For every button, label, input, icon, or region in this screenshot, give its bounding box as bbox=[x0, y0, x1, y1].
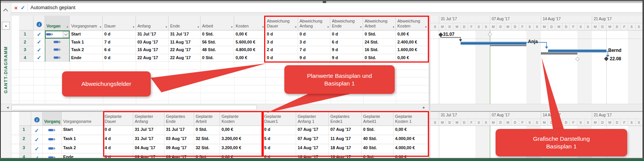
column-header-abweichung-dauer[interactable]: AbweichungDauer▼ bbox=[265, 16, 298, 31]
filter-arrow-icon[interactable]: ▼ bbox=[262, 26, 264, 28]
row-info-cell[interactable]: ✓ bbox=[31, 135, 43, 144]
abweichung-kosten-cell[interactable]: 0,00 € bbox=[396, 54, 428, 62]
dauer-cell[interactable]: 7 d bbox=[103, 39, 136, 47]
filter-arrow-icon[interactable]: ▼ bbox=[197, 26, 199, 28]
filter-arrow-icon[interactable]: ▼ bbox=[392, 26, 395, 28]
column-header-abweichung-kosten[interactable]: AbweichungKosten▼ bbox=[396, 16, 428, 31]
row-info-cell[interactable]: ✓ bbox=[31, 126, 43, 135]
kosten-cell[interactable]: 5.600,00 € bbox=[234, 39, 265, 47]
column-header-geplante-dauer[interactable]: GeplanteDauer bbox=[103, 112, 133, 126]
column-header-vorgangsname[interactable]: Vorgangsnam▼ bbox=[70, 16, 103, 31]
abweichung-anfang-cell[interactable]: 7 d bbox=[298, 46, 330, 54]
geplante-dauer1-cell[interactable]: 5 d bbox=[263, 135, 296, 144]
cancel-entry-button[interactable]: × bbox=[13, 4, 19, 11]
abweichung-ende-cell[interactable]: 6 d bbox=[330, 39, 363, 47]
row-number[interactable]: 1 bbox=[19, 126, 31, 135]
task-name-cell[interactable]: Task 2 bbox=[62, 144, 103, 153]
column-header-vorgangsname[interactable]: Vorgangsname bbox=[62, 112, 103, 126]
abweichung-ende-cell[interactable]: 9 d bbox=[330, 46, 363, 54]
filter-arrow-icon[interactable]: ▼ bbox=[295, 26, 297, 28]
geplante-kosten-cell[interactable]: 0,00 € bbox=[220, 126, 263, 135]
geplante-kosten1-cell[interactable]: 0,00 € bbox=[394, 126, 428, 135]
dauer-cell[interactable]: 0 d bbox=[103, 54, 136, 62]
dauer-cell[interactable]: 0 d bbox=[103, 31, 136, 39]
abweichung-dauer-cell[interactable]: 0 d bbox=[265, 31, 298, 39]
row-number[interactable]: 1 bbox=[19, 31, 33, 39]
row-info-cell[interactable]: ✓ bbox=[31, 144, 43, 153]
abweichung-arbeit-cell[interactable]: 0 Std. bbox=[363, 31, 396, 39]
filter-arrow-icon[interactable]: ▼ bbox=[66, 26, 69, 28]
column-header-ende[interactable]: Ende▼ bbox=[169, 16, 201, 31]
row-number[interactable]: 2 bbox=[19, 39, 33, 47]
arbeit-cell[interactable]: 56 Std. bbox=[201, 39, 234, 47]
task-name-cell[interactable]: Ende bbox=[70, 54, 103, 62]
abweichung-arbeit-cell[interactable]: 0 Std. bbox=[363, 54, 396, 62]
geplante-kosten-cell[interactable]: 3.200,00 € bbox=[220, 135, 263, 144]
ende-cell[interactable]: 22 Aug '17 bbox=[169, 54, 201, 62]
info-column-header[interactable]: i bbox=[31, 112, 43, 126]
geplante-dauer-cell[interactable]: 0 d bbox=[103, 126, 133, 135]
task-mode-cell[interactable] bbox=[45, 39, 70, 47]
geplante-arbeit1-cell[interactable]: 40 Std. bbox=[362, 135, 394, 144]
arbeit-cell[interactable]: 0 Std. bbox=[201, 31, 234, 39]
column-header-geplante-arbeit[interactable]: GeplanteArbeit bbox=[194, 112, 220, 126]
geplanter-anfang1-cell[interactable]: 07 Aug '17 bbox=[296, 135, 329, 144]
task-mode-cell[interactable] bbox=[45, 31, 70, 39]
abweichung-anfang-cell[interactable]: 0 d bbox=[298, 31, 330, 39]
anfang-cell[interactable]: 03 Aug '17 bbox=[136, 39, 169, 47]
task-name-cell[interactable]: Task 2 bbox=[70, 46, 103, 54]
row-number[interactable]: 3 bbox=[19, 46, 33, 54]
column-header-vorgangsart[interactable]: Vorgangs bbox=[43, 112, 62, 126]
column-header-kosten[interactable]: Kosten▼ bbox=[234, 16, 265, 31]
kosten-cell[interactable]: 0,00 € bbox=[234, 54, 265, 62]
anfang-cell[interactable]: 22 Aug '17 bbox=[136, 54, 169, 62]
task-mode-cell[interactable] bbox=[43, 126, 62, 135]
anfang-cell[interactable]: 15 Aug '17 bbox=[136, 46, 169, 54]
geplante-kosten1-cell[interactable]: 4.000,00 € bbox=[394, 144, 428, 153]
filter-arrow-icon[interactable]: ▼ bbox=[425, 26, 427, 28]
scroll-up-button[interactable]: ▲ bbox=[2, 22, 10, 30]
row-info-cell[interactable]: ✓ bbox=[33, 39, 45, 47]
task-bar-task1[interactable] bbox=[461, 42, 526, 45]
ende-cell[interactable]: 31 Jul '17 bbox=[169, 31, 201, 39]
row-number-header[interactable] bbox=[19, 16, 33, 31]
arbeit-cell[interactable]: 48 Std. bbox=[201, 46, 234, 54]
task-mode-cell[interactable] bbox=[43, 135, 62, 144]
geplante-arbeit-cell[interactable]: 32 Std. bbox=[194, 135, 220, 144]
geplante-arbeit1-cell[interactable]: 0 Std. bbox=[362, 126, 394, 135]
ende-cell[interactable]: 11 Aug '17 bbox=[169, 39, 201, 47]
kosten-cell[interactable]: 4.800,00 € bbox=[234, 46, 265, 54]
column-header-arbeit[interactable]: Arbeit▼ bbox=[201, 16, 234, 31]
column-header-vorgangsart[interactable]: Vorgan▼ bbox=[45, 16, 70, 31]
abweichung-anfang-cell[interactable]: 3 d bbox=[298, 39, 330, 47]
scroll-left-button[interactable]: ◀ bbox=[5, 105, 11, 110]
filter-arrow-icon[interactable]: ▼ bbox=[327, 26, 329, 28]
row-number[interactable]: 4 bbox=[19, 54, 33, 62]
filter-arrow-icon[interactable]: ▼ bbox=[99, 26, 102, 28]
abweichung-ende-cell[interactable]: 0 d bbox=[330, 31, 363, 39]
scroll-right-button[interactable]: ▶ bbox=[421, 105, 427, 110]
column-header-abweichung-ende[interactable]: AbweichungEnde▼ bbox=[330, 16, 363, 31]
task-mode-cell[interactable] bbox=[45, 54, 70, 62]
collapse-chevron-icon[interactable] bbox=[3, 8, 8, 13]
geplanter-anfang-cell[interactable]: 31 Jul '17 bbox=[133, 135, 164, 144]
column-header-dauer[interactable]: Dauer▼ bbox=[103, 16, 136, 31]
column-header-abweichung-arbeit[interactable]: AbweichungArbeit▼ bbox=[363, 16, 396, 31]
accept-entry-button[interactable]: ✓ bbox=[20, 4, 26, 11]
geplante-arbeit1-cell[interactable]: 40 Std. bbox=[362, 144, 394, 153]
geplante-dauer-cell[interactable]: 4 d bbox=[103, 144, 133, 153]
geplantes-ende-cell[interactable]: 31 Jul '17 bbox=[164, 126, 194, 135]
column-header-anfang[interactable]: Anfang▼ bbox=[136, 16, 169, 31]
task-name-cell[interactable]: Start bbox=[62, 126, 103, 135]
geplante-kosten1-cell[interactable]: 4.000,00 € bbox=[394, 135, 428, 144]
filter-arrow-icon[interactable]: ▼ bbox=[360, 26, 362, 28]
geplante-dauer-cell[interactable]: 4 d bbox=[103, 135, 133, 144]
abweichung-ende-cell[interactable]: 9 d bbox=[330, 54, 363, 62]
column-header-geplante-kosten[interactable]: GeplanteKosten bbox=[220, 112, 263, 126]
abweichung-dauer-cell[interactable]: 3 d bbox=[265, 39, 298, 47]
geplante-arbeit-cell[interactable]: 0 Std. bbox=[194, 126, 220, 135]
column-header-geplantes-ende1[interactable]: GeplantesEnde1 bbox=[329, 112, 362, 126]
abweichung-arbeit-cell[interactable]: 24 Std. bbox=[363, 39, 396, 47]
filter-arrow-icon[interactable]: ▼ bbox=[132, 26, 135, 28]
arbeit-cell[interactable]: 0 Std. bbox=[201, 54, 234, 62]
